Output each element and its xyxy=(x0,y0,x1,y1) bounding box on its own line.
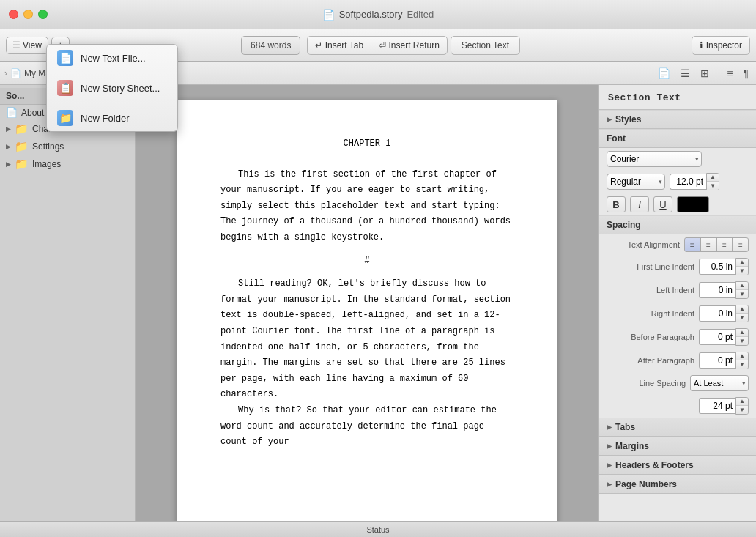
before-paragraph-decrement[interactable]: ▼ xyxy=(736,337,748,345)
spacing-section[interactable]: Spacing xyxy=(599,215,756,234)
line-spacing-pt-increment[interactable]: ▲ xyxy=(736,398,748,406)
doc-icon: 📄 xyxy=(57,50,73,66)
context-menu: 📄 New Text File... 📋 New Story Sheet... … xyxy=(46,44,178,132)
bold-button[interactable]: B xyxy=(607,196,626,212)
triangle-icon: ▶ xyxy=(6,143,11,150)
traffic-lights[interactable] xyxy=(9,10,48,19)
list-view-button[interactable]: ☰ xyxy=(678,66,693,81)
line-spacing-pt-input[interactable] xyxy=(699,398,735,414)
insert-tab-button[interactable]: ↵ Insert Tab xyxy=(307,36,371,55)
alignment-buttons: ≡ ≡ ≡ ≡ xyxy=(684,237,749,252)
inspector-title: Section Text xyxy=(599,85,756,110)
first-line-indent-decrement[interactable]: ▼ xyxy=(736,267,748,275)
page-content: This is the first section of the first c… xyxy=(220,167,514,451)
right-indent-stepper: ▲ ▼ xyxy=(699,305,749,322)
before-paragraph-input[interactable] xyxy=(699,329,735,345)
triangle-icon: ▶ xyxy=(607,423,612,431)
left-indent-increment[interactable]: ▲ xyxy=(736,282,748,290)
document-view-button[interactable]: 📄 xyxy=(655,66,673,81)
menu-item-new-folder[interactable]: 📁 New Folder xyxy=(47,105,177,131)
right-indent-decrement[interactable]: ▼ xyxy=(736,314,748,322)
text-alignment-row: Text Alignment ≡ ≡ ≡ ≡ xyxy=(599,234,756,255)
first-line-indent-increment[interactable]: ▲ xyxy=(736,259,748,267)
underline-button[interactable]: U xyxy=(653,196,672,212)
right-indent-input[interactable] xyxy=(699,305,735,322)
sidebar: So... 📄 About this Template ▶ 📁 Characte… xyxy=(0,85,136,521)
line-spacing-pt-decrement[interactable]: ▼ xyxy=(736,406,748,414)
maximize-button[interactable] xyxy=(38,10,48,19)
document-page[interactable]: CHAPTER 1 This is the first section of t… xyxy=(177,100,557,521)
right-indent-row: Right Indent ▲ ▼ xyxy=(599,302,756,325)
font-style-wrapper: Regular ▾ xyxy=(607,174,665,190)
paragraph-2: Still reading? OK, let's briefly discuss… xyxy=(220,276,514,403)
chapter-title: CHAPTER 1 xyxy=(220,136,514,152)
window-title: 📄 Softpedia.story Edited xyxy=(322,9,434,21)
font-style-select[interactable]: Regular xyxy=(607,174,665,190)
font-style-row: Regular ▾ ▲ ▼ xyxy=(599,170,756,193)
align-left-button[interactable]: ≡ xyxy=(684,237,700,252)
inspector-button[interactable]: ℹ Inspector xyxy=(692,36,750,55)
color-swatch[interactable] xyxy=(677,196,709,212)
insert-return-button[interactable]: ⏎ Insert Return xyxy=(371,36,448,55)
paragraph-3: Why is that? So that your editor can est… xyxy=(220,403,514,451)
first-line-indent-input[interactable] xyxy=(699,259,735,275)
font-section-header[interactable]: Font xyxy=(599,129,756,148)
right-indent-increment[interactable]: ▲ xyxy=(736,305,748,314)
file-icon: 📄 xyxy=(322,9,335,21)
triangle-icon: ▶ xyxy=(607,462,612,469)
first-line-indent-stepper: ▲ ▼ xyxy=(699,258,749,275)
before-paragraph-stepper-buttons: ▲ ▼ xyxy=(735,328,749,346)
align-right-button[interactable]: ≡ xyxy=(716,237,733,252)
font-size-input[interactable] xyxy=(670,174,706,190)
close-button[interactable] xyxy=(9,10,18,19)
font-size-increment[interactable]: ▲ xyxy=(707,174,719,182)
styles-section[interactable]: ▶ Styles xyxy=(599,110,756,129)
left-indent-decrement[interactable]: ▼ xyxy=(736,290,748,298)
before-paragraph-label: Before Paragraph xyxy=(607,333,694,341)
minimize-button[interactable] xyxy=(23,10,33,19)
triangle-icon: ▶ xyxy=(607,116,612,123)
font-family-select[interactable]: Courier xyxy=(607,151,702,167)
paragraph-button[interactable]: ¶ xyxy=(740,66,752,81)
line-spacing-pt-stepper: ▲ ▼ xyxy=(699,397,749,415)
line-spacing-select[interactable]: At Least xyxy=(690,375,749,391)
sidebar-item-settings[interactable]: ▶ 📁 Settings xyxy=(0,138,135,155)
left-indent-row: Left Indent ▲ ▼ xyxy=(599,278,756,302)
line-spacing-pt-stepper-buttons: ▲ ▼ xyxy=(735,397,749,415)
first-line-indent-label: First Line Indent xyxy=(607,262,694,271)
view-button[interactable]: ☰ View xyxy=(6,37,48,54)
before-paragraph-increment[interactable]: ▲ xyxy=(736,329,748,337)
paragraph-1: This is the first section of the first c… xyxy=(220,167,514,246)
sidebar-item-images[interactable]: ▶ 📁 Images xyxy=(0,155,135,173)
left-indent-input[interactable] xyxy=(699,282,735,298)
menu-separator-2 xyxy=(47,103,177,103)
align-left-button[interactable]: ≡ xyxy=(724,66,735,81)
menu-item-new-story-sheet[interactable]: 📋 New Story Sheet... xyxy=(47,75,177,101)
align-justify-button[interactable]: ≡ xyxy=(733,237,749,252)
tabs-section[interactable]: ▶ Tabs xyxy=(599,418,756,437)
doc-icon: 📄 xyxy=(6,107,18,118)
line-spacing-select-wrapper: At Least ▾ xyxy=(690,375,749,391)
right-indent-stepper-buttons: ▲ ▼ xyxy=(735,305,749,322)
margins-section[interactable]: ▶ Margins xyxy=(599,437,756,456)
line-spacing-pt-row: ▲ ▼ xyxy=(599,394,756,418)
left-indent-label: Left Indent xyxy=(607,286,694,295)
font-size-decrement[interactable]: ▼ xyxy=(707,182,719,190)
word-count-button[interactable]: 684 words xyxy=(241,36,300,55)
triangle-icon: ▶ xyxy=(6,160,11,168)
after-paragraph-input[interactable] xyxy=(699,352,735,369)
italic-button[interactable]: I xyxy=(630,196,649,212)
align-center-button[interactable]: ≡ xyxy=(700,237,716,252)
menu-item-new-text-file[interactable]: 📄 New Text File... xyxy=(47,45,177,71)
before-paragraph-row: Before Paragraph ▲ ▼ xyxy=(599,325,756,349)
left-indent-stepper-buttons: ▲ ▼ xyxy=(735,281,749,299)
text-alignment-label: Text Alignment xyxy=(607,240,680,249)
headers-footers-section[interactable]: ▶ Headers & Footers xyxy=(599,456,756,475)
grid-view-button[interactable]: ⊞ xyxy=(697,66,712,81)
after-paragraph-increment[interactable]: ▲ xyxy=(736,352,748,360)
format-buttons-row: B I U xyxy=(599,193,756,215)
after-paragraph-decrement[interactable]: ▼ xyxy=(736,360,748,369)
breadcrumb-back-arrow[interactable]: › xyxy=(4,68,7,78)
page-numbers-section[interactable]: ▶ Page Numbers xyxy=(599,475,756,494)
font-family-select-wrapper: Courier ▾ xyxy=(607,151,702,167)
